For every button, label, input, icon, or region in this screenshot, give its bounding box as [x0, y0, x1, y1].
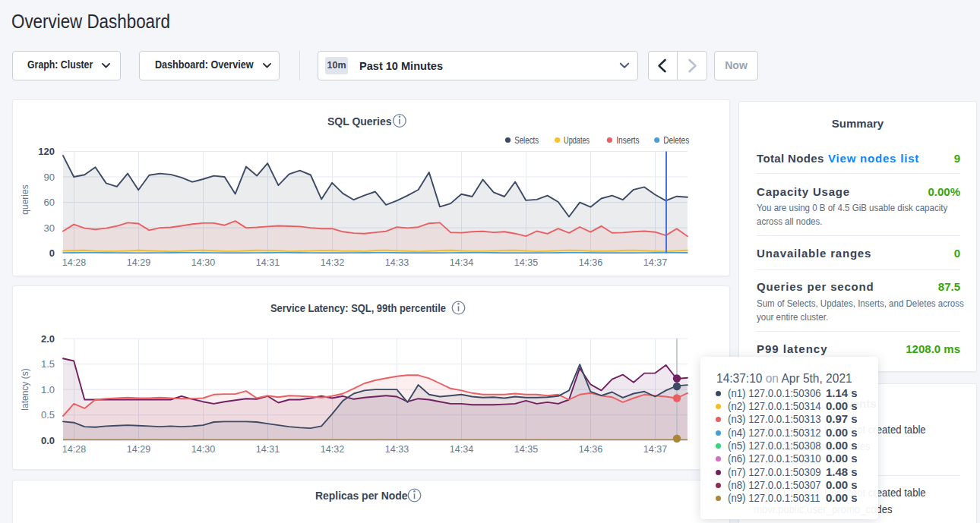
svg-text:1.5: 1.5: [41, 358, 55, 370]
svg-text:14:33: 14:33: [385, 257, 409, 268]
svg-text:1.0: 1.0: [41, 384, 55, 395]
svg-text:14:35: 14:35: [514, 444, 538, 455]
svg-text:14:33: 14:33: [385, 444, 409, 455]
svg-text:14:30: 14:30: [191, 444, 215, 455]
svg-text:14:32: 14:32: [321, 257, 344, 268]
svg-text:14:29: 14:29: [127, 444, 150, 455]
svg-text:Inserts: Inserts: [616, 135, 640, 146]
svg-text:Selects: Selects: [514, 135, 539, 146]
svg-text:0.0: 0.0: [41, 435, 55, 446]
svg-text:14:31: 14:31: [256, 444, 280, 455]
svg-text:90: 90: [44, 172, 55, 183]
svg-text:14:34: 14:34: [450, 444, 473, 455]
svg-text:14:28: 14:28: [62, 257, 86, 268]
svg-text:0: 0: [49, 247, 55, 259]
svg-text:queries: queries: [20, 184, 30, 214]
svg-text:2.0: 2.0: [41, 333, 55, 345]
svg-text:14:30: 14:30: [191, 257, 215, 268]
svg-text:14:36: 14:36: [579, 257, 602, 268]
svg-text:14:32: 14:32: [321, 444, 344, 455]
svg-text:latency (s): latency (s): [20, 368, 30, 410]
svg-text:14:37: 14:37: [643, 257, 667, 268]
svg-text:14:34: 14:34: [450, 257, 473, 268]
svg-text:Updates: Updates: [564, 135, 590, 146]
svg-text:14:29: 14:29: [127, 257, 150, 268]
svg-text:14:36: 14:36: [579, 444, 602, 455]
svg-text:14:28: 14:28: [62, 444, 86, 455]
svg-text:Deletes: Deletes: [663, 135, 689, 146]
svg-text:14:37: 14:37: [643, 444, 667, 455]
svg-text:0.5: 0.5: [41, 409, 55, 421]
svg-text:14:31: 14:31: [256, 257, 280, 268]
svg-text:30: 30: [44, 222, 55, 234]
svg-text:14:35: 14:35: [514, 257, 538, 268]
svg-text:60: 60: [44, 197, 55, 208]
svg-text:120: 120: [38, 146, 55, 157]
